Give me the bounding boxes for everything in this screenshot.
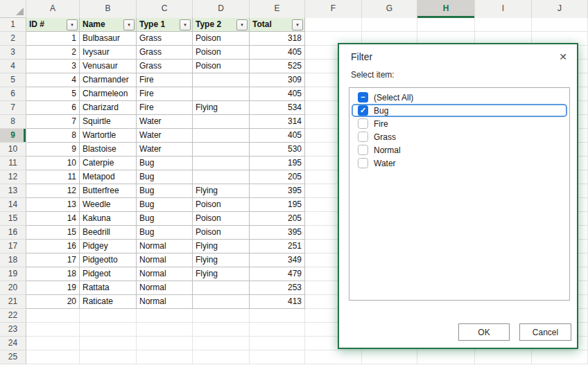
table-cell[interactable] [193, 129, 250, 143]
table-cell[interactable]: 395 [250, 184, 305, 198]
table-cell[interactable]: 18 [26, 267, 80, 281]
table-cell[interactable]: 205 [250, 212, 305, 226]
table-cell[interactable]: Beedrill [80, 226, 137, 240]
filter-item-row[interactable]: Water [352, 157, 567, 170]
table-cell[interactable]: 405 [250, 46, 305, 60]
table-cell[interactable]: Pidgey [80, 240, 137, 253]
close-button[interactable]: ✕ [556, 50, 570, 64]
row-header-24[interactable]: 24 [0, 337, 26, 350]
checkbox-unchecked-icon[interactable] [358, 158, 368, 168]
grid-cell[interactable] [80, 323, 137, 337]
table-cell[interactable]: Fire [137, 87, 193, 101]
row-header-5[interactable]: 5 [0, 73, 26, 87]
table-cell[interactable]: Grass [137, 46, 193, 60]
table-cell[interactable]: 534 [250, 101, 305, 115]
table-cell[interactable]: Rattata [80, 281, 137, 295]
table-header-cell[interactable]: Type 2▾ [193, 18, 250, 32]
table-cell[interactable]: Bug [137, 198, 193, 212]
select-all-corner[interactable] [0, 0, 26, 18]
grid-cell[interactable] [250, 309, 305, 323]
table-cell[interactable] [193, 157, 250, 170]
table-cell[interactable]: Raticate [80, 295, 137, 309]
table-header-cell[interactable]: Name▾ [80, 18, 137, 32]
table-cell[interactable]: 12 [26, 184, 80, 198]
grid-cell[interactable] [137, 323, 193, 337]
table-cell[interactable]: Butterfree [80, 184, 137, 198]
table-cell[interactable]: Charmander [80, 73, 137, 87]
table-cell[interactable]: Poison [193, 198, 250, 212]
table-cell[interactable]: 1 [26, 32, 80, 46]
row-header-20[interactable]: 20 [0, 281, 26, 295]
table-cell[interactable]: Grass [137, 60, 193, 73]
table-cell[interactable]: Bug [137, 184, 193, 198]
table-cell[interactable]: Caterpie [80, 157, 137, 170]
table-cell[interactable]: 253 [250, 281, 305, 295]
grid-cell[interactable] [417, 350, 475, 364]
table-cell[interactable]: 195 [250, 157, 305, 170]
table-cell[interactable]: 195 [250, 198, 305, 212]
filter-item-row[interactable]: Normal [352, 143, 567, 157]
checkbox-unchecked-icon[interactable] [358, 118, 368, 129]
grid-cell[interactable] [475, 350, 532, 364]
filter-item-row[interactable]: Fire [352, 117, 567, 130]
table-cell[interactable]: 16 [26, 240, 80, 253]
row-header-12[interactable]: 12 [0, 170, 26, 184]
table-cell[interactable]: 318 [250, 32, 305, 46]
grid-cell[interactable] [80, 350, 137, 364]
row-header-16[interactable]: 16 [0, 226, 26, 240]
table-cell[interactable]: 530 [250, 143, 305, 157]
filter-item-row[interactable]: −(Select All) [352, 91, 567, 104]
table-cell[interactable]: 309 [250, 73, 305, 87]
checkbox-checked-icon[interactable]: ✓ [358, 105, 368, 116]
column-header-D[interactable]: D [193, 0, 250, 18]
row-header-2[interactable]: 2 [0, 32, 26, 46]
row-header-14[interactable]: 14 [0, 198, 26, 212]
grid-cell[interactable] [26, 337, 80, 350]
table-cell[interactable] [193, 115, 250, 129]
checkbox-unchecked-icon[interactable] [358, 132, 368, 142]
table-cell[interactable]: Fire [137, 73, 193, 87]
table-cell[interactable]: 3 [26, 60, 80, 73]
table-cell[interactable]: 314 [250, 115, 305, 129]
table-cell[interactable]: Fire [137, 101, 193, 115]
table-cell[interactable]: 17 [26, 253, 80, 267]
table-cell[interactable]: Pidgeot [80, 267, 137, 281]
table-cell[interactable] [193, 87, 250, 101]
grid-cell[interactable] [137, 350, 193, 364]
row-header-13[interactable]: 13 [0, 184, 26, 198]
grid-cell[interactable] [532, 350, 588, 364]
table-cell[interactable]: 479 [250, 267, 305, 281]
grid-cell[interactable] [362, 18, 417, 32]
grid-cell[interactable] [26, 309, 80, 323]
table-cell[interactable]: Poison [193, 46, 250, 60]
table-cell[interactable]: 9 [26, 143, 80, 157]
table-cell[interactable]: Bug [137, 226, 193, 240]
row-header-8[interactable]: 8 [0, 115, 26, 129]
grid-cell[interactable] [305, 350, 362, 364]
column-header-H[interactable]: H [417, 0, 475, 18]
table-cell[interactable]: Water [137, 143, 193, 157]
table-cell[interactable] [193, 295, 250, 309]
table-cell[interactable]: 395 [250, 226, 305, 240]
row-header-18[interactable]: 18 [0, 253, 26, 267]
row-header-9[interactable]: 9 [0, 129, 26, 143]
table-header-cell[interactable]: Total▾ [250, 18, 305, 32]
table-cell[interactable]: 14 [26, 212, 80, 226]
table-cell[interactable]: 8 [26, 129, 80, 143]
row-header-21[interactable]: 21 [0, 295, 26, 309]
table-cell[interactable]: Kakuna [80, 212, 137, 226]
checkbox-unchecked-icon[interactable] [358, 145, 368, 155]
table-cell[interactable]: Blastoise [80, 143, 137, 157]
filter-item-row[interactable]: Grass [352, 130, 567, 143]
column-header-C[interactable]: C [137, 0, 193, 18]
filter-dropdown-button[interactable]: ▾ [67, 19, 78, 30]
filter-dropdown-button[interactable]: ▾ [123, 19, 135, 30]
filter-dropdown-button[interactable]: ▾ [236, 19, 248, 30]
grid-cell[interactable] [80, 309, 137, 323]
table-cell[interactable]: Normal [137, 240, 193, 253]
grid-cell[interactable] [475, 18, 532, 32]
table-cell[interactable]: Normal [137, 253, 193, 267]
table-cell[interactable]: Metapod [80, 170, 137, 184]
table-cell[interactable]: Water [137, 115, 193, 129]
row-header-7[interactable]: 7 [0, 101, 26, 115]
